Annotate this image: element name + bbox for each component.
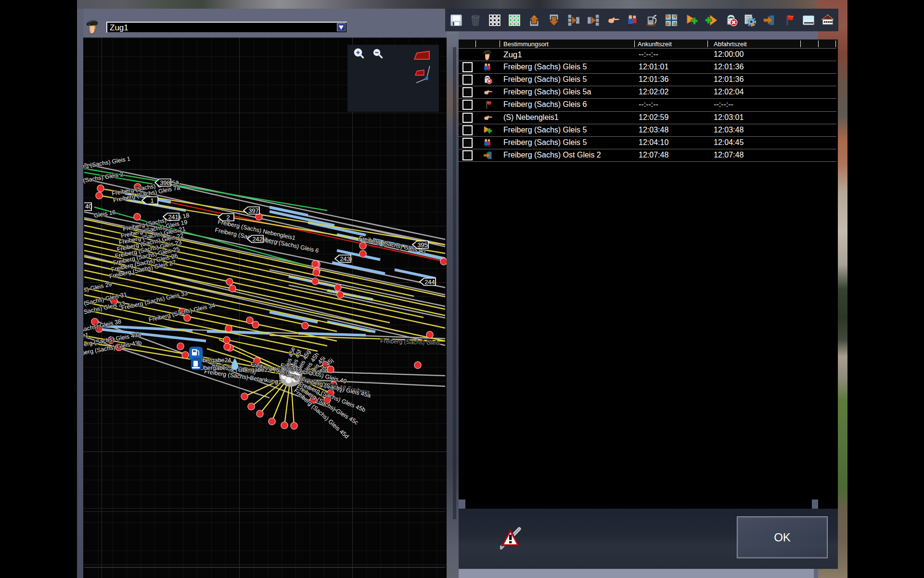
svg-text:Übergabe24: Übergabe24: [198, 357, 231, 364]
svg-text:Freiberg (Sachs) Gleis: Freiberg (Sachs) Gleis: [380, 338, 440, 346]
svg-text:241: 241: [168, 213, 179, 221]
svg-text:Übergabe23: Übergabe23: [238, 367, 271, 373]
svg-text:242: 242: [252, 236, 263, 243]
svg-text:40: 40: [85, 203, 92, 210]
svg-text:243: 243: [340, 255, 350, 263]
svg-text:2: 2: [226, 214, 230, 221]
svg-text:397: 397: [248, 207, 259, 214]
svg-text:Übergabe25: Übergabe25: [200, 365, 232, 371]
svg-text:398: 398: [160, 179, 170, 186]
svg-text:244: 244: [424, 278, 435, 286]
svg-text:be1: be1: [83, 332, 89, 339]
svg-text:1: 1: [150, 197, 154, 204]
svg-text:395: 395: [417, 241, 428, 249]
